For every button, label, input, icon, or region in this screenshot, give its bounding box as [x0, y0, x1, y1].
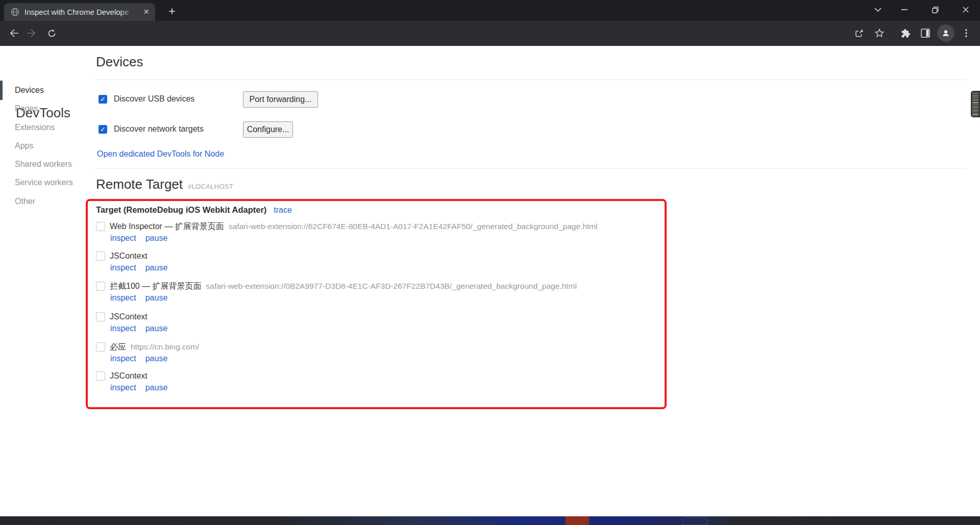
target-row: 拦截100 — 扩展背景页面 safari-web-extension://0B…	[96, 281, 577, 304]
target-checkbox[interactable]	[96, 222, 105, 231]
target-row: 必应 https://cn.bing.com/ inspect pause	[96, 341, 199, 364]
widget-line	[972, 113, 978, 114]
kebab-menu-icon[interactable]	[958, 24, 975, 42]
browser-window: Inspect with Chrome Develope ✕ +	[0, 0, 980, 525]
widget-line	[972, 100, 978, 101]
target-row: Web Inspector — 扩展背景页面 safari-web-extens…	[96, 221, 598, 244]
target-checkbox[interactable]	[96, 371, 105, 381]
reload-icon[interactable]	[43, 24, 60, 42]
divider	[96, 168, 966, 169]
forward-icon[interactable]	[22, 24, 40, 42]
inspect-page: DevTools Devices Pages Extensions Apps S…	[0, 46, 980, 516]
sidebar-item-other[interactable]: Other	[15, 197, 35, 206]
back-icon[interactable]	[6, 24, 23, 42]
target-label: Web Inspector — 扩展背景页面	[110, 221, 224, 232]
widget-line	[972, 114, 978, 115]
target-highlight-box: Target (RemoteDebug iOS Webkit Adapter) …	[86, 199, 667, 409]
sidebar-item-apps[interactable]: Apps	[15, 141, 33, 151]
widget-line	[972, 106, 978, 107]
inspect-link[interactable]: inspect	[110, 293, 136, 303]
widget-line	[972, 95, 978, 96]
pause-link[interactable]: pause	[145, 354, 168, 363]
taskbar-red-app	[566, 516, 589, 525]
remote-target-heading-row: Remote Target #LOCALHOST	[96, 177, 233, 192]
pause-link[interactable]: pause	[145, 383, 168, 392]
discover-network-row: ✓ Discover network targets	[99, 124, 204, 134]
profile-avatar[interactable]	[937, 24, 954, 42]
inspect-link[interactable]: inspect	[110, 263, 136, 272]
tab-search-chevron-icon[interactable]	[866, 0, 890, 19]
maximize-restore-button[interactable]	[923, 0, 947, 19]
tab-close-icon[interactable]: ✕	[141, 7, 151, 17]
port-forwarding-button[interactable]: Port forwarding...	[243, 91, 318, 108]
widget-line	[972, 109, 978, 110]
target-checkbox[interactable]	[96, 342, 105, 352]
target-label: JSContext	[110, 252, 148, 261]
target-checkbox[interactable]	[96, 282, 105, 291]
pause-link[interactable]: pause	[145, 324, 168, 333]
target-header: Target (RemoteDebug iOS Webkit Adapter)	[96, 205, 266, 215]
inspect-link[interactable]: inspect	[110, 383, 136, 392]
taskbar-sliver	[0, 516, 980, 525]
discover-usb-label: Discover USB devices	[114, 94, 194, 104]
target-url: safari-web-extension://62CF674E-80EB-4AD…	[229, 222, 598, 231]
target-label: 必应	[110, 342, 126, 353]
target-checkbox[interactable]	[96, 252, 105, 261]
divider	[96, 80, 966, 80]
minimize-button[interactable]	[893, 0, 916, 19]
sidebar-item-extensions[interactable]: Extensions	[15, 123, 55, 132]
target-url: safari-web-extension://0B2A9977-D3D8-4E1…	[206, 282, 577, 291]
target-label: 拦截100 — 扩展背景页面	[110, 281, 202, 292]
target-url: https://cn.bing.com/	[131, 342, 199, 352]
remote-target-heading: Remote Target	[96, 177, 183, 192]
window-close-button[interactable]	[954, 0, 977, 19]
sidebar-item-devices[interactable]: Devices	[15, 86, 44, 95]
inspect-link[interactable]: inspect	[110, 324, 136, 333]
browser-tab[interactable]: Inspect with Chrome Develope ✕	[4, 3, 155, 21]
floating-widget[interactable]	[971, 91, 980, 117]
browser-toolbar: Chrome | chrome:// inspect /#devices	[0, 21, 980, 46]
target-label: JSContext	[110, 371, 148, 381]
target-header-row: Target (RemoteDebug iOS Webkit Adapter) …	[96, 205, 292, 215]
new-tab-button[interactable]: +	[164, 4, 180, 19]
discover-usb-checkbox[interactable]: ✓	[99, 95, 107, 104]
widget-line	[972, 93, 978, 94]
target-row: JSContext inspect pause	[96, 311, 177, 334]
localhost-badge: #LOCALHOST	[188, 183, 233, 190]
pause-link[interactable]: pause	[145, 234, 168, 243]
taskbar-window-outline	[683, 517, 707, 525]
tab-strip: Inspect with Chrome Develope ✕ +	[0, 0, 980, 21]
side-panel-icon[interactable]	[917, 24, 934, 42]
widget-line	[972, 102, 978, 103]
widget-line	[972, 111, 978, 112]
target-checkbox[interactable]	[96, 312, 105, 321]
trace-link[interactable]: trace	[274, 206, 292, 215]
discover-usb-row: ✓ Discover USB devices	[99, 94, 194, 104]
sidebar-item-pages[interactable]: Pages	[15, 104, 38, 113]
discover-network-checkbox[interactable]: ✓	[99, 125, 107, 134]
widget-line	[972, 104, 978, 105]
target-row: JSContext inspect pause	[96, 251, 177, 273]
page-title: Devices	[96, 54, 143, 70]
discover-network-label: Discover network targets	[114, 124, 204, 134]
target-row: JSContext inspect pause	[96, 370, 177, 393]
inspect-link[interactable]: inspect	[110, 354, 136, 363]
sidebar-item-service-workers[interactable]: Service workers	[15, 178, 73, 187]
widget-line	[972, 107, 978, 108]
widget-line	[972, 98, 978, 99]
sidebar-item-shared-workers[interactable]: Shared workers	[15, 160, 72, 169]
extensions-puzzle-icon[interactable]	[897, 24, 914, 42]
target-label: JSContext	[110, 312, 148, 321]
pause-link[interactable]: pause	[145, 293, 168, 303]
open-node-devtools-link[interactable]: Open dedicated DevTools for Node	[97, 149, 224, 159]
tab-title: Inspect with Chrome Develope	[24, 8, 135, 16]
bookmark-star-icon[interactable]	[871, 24, 888, 42]
tab-title-fade	[120, 3, 139, 21]
configure-button[interactable]: Configure...	[243, 121, 293, 138]
tab-favicon-globe-icon	[11, 8, 19, 16]
sidebar-active-indicator	[0, 81, 3, 100]
share-icon[interactable]	[851, 24, 868, 42]
inspect-link[interactable]: inspect	[110, 234, 136, 243]
widget-line	[972, 96, 978, 97]
pause-link[interactable]: pause	[145, 263, 168, 272]
